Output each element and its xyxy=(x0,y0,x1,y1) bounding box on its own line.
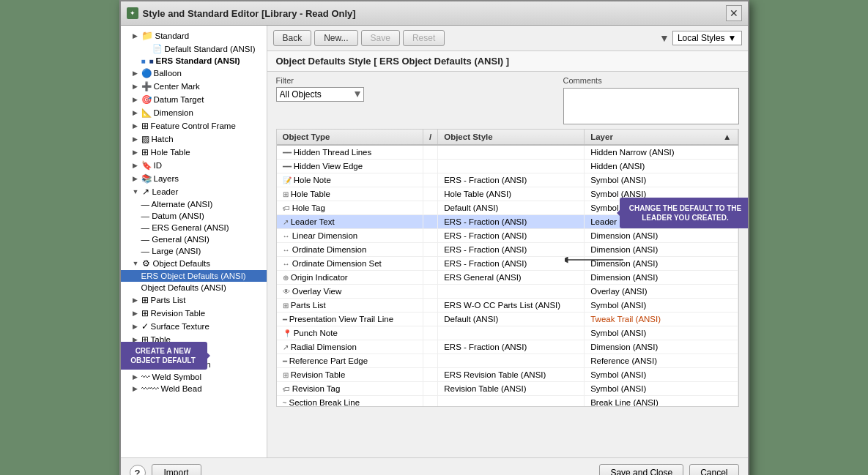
col-header-layer: Layer ▲ xyxy=(585,130,738,145)
bottom-bar: ? Import Save and Close Cancel xyxy=(121,457,748,475)
data-table: Object Type / Object Style Layer ▲ ━━ Hi… xyxy=(277,130,738,407)
table-row[interactable]: ↔ Ordinate Dimension ERS - Fraction (ANS… xyxy=(277,243,738,257)
tree-item-large[interactable]: — Large (ANSI) xyxy=(121,245,267,257)
table-row[interactable]: ↔ Ordinate Dimension Set ERS - Fraction … xyxy=(277,257,738,271)
tree-item-ers-standard[interactable]: ■ ■ ERS Standard (ANSI) xyxy=(121,55,267,67)
table-row[interactable]: ━ Presentation View Trail Line Default (… xyxy=(277,313,738,326)
main-content: Object Type / Object Style Layer ▲ ━━ Hi… xyxy=(267,124,748,457)
table-container: Object Type / Object Style Layer ▲ ━━ Hi… xyxy=(276,129,739,407)
local-styles-dropdown[interactable]: Local Styles ▼ xyxy=(672,31,742,45)
save-button[interactable]: Save xyxy=(361,30,400,46)
tree-item-id[interactable]: ▶ 🔖ID xyxy=(121,159,267,172)
tree-item-datum[interactable]: — Datum (ANSI) xyxy=(121,210,267,222)
table-row[interactable]: ━ Reference Part Edge Reference (ANSI) xyxy=(277,354,738,368)
tree-item-ers-general[interactable]: — ERS General (ANSI) xyxy=(121,222,267,233)
save-close-button[interactable]: Save and Close xyxy=(599,464,683,475)
tree-item-weld-bead[interactable]: ▶ 〰〰Weld Bead xyxy=(121,383,267,394)
tree-item-dimension[interactable]: ▶ 📐Dimension xyxy=(121,106,267,119)
table-row[interactable]: ↔ Linear Dimension ERS - Fraction (ANSI)… xyxy=(277,229,738,243)
local-styles-label: Local Styles xyxy=(678,33,725,43)
toolbar: Back New... Save Reset ▼ Local Styles ▼ xyxy=(267,26,748,51)
new-button[interactable]: New... xyxy=(314,30,357,46)
tree-item-datum-target[interactable]: ▶ 🎯Datum Target xyxy=(121,93,267,106)
table-row[interactable]: ⊞ Revision Table ERS Revision Table (ANS… xyxy=(277,368,738,382)
tree-item-object-defaults[interactable]: ▼ ⚙Object Defaults xyxy=(121,257,267,270)
right-panel: Back New... Save Reset ▼ Local Styles ▼ … xyxy=(267,26,748,457)
table-row[interactable]: ~ Section Break Line Break Line (ANSI) xyxy=(277,396,738,408)
table-row[interactable]: 📝 Hole Note ERS - Fraction (ANSI) Symbol… xyxy=(277,173,738,187)
tree-item-standard[interactable]: ▶ 📁 Standard xyxy=(121,29,267,42)
object-defaults-header: Object Defaults Style [ ERS Object Defau… xyxy=(267,51,748,72)
table-row[interactable]: ↗ Radial Dimension ERS - Fraction (ANSI)… xyxy=(277,340,738,354)
tree-item-balloon[interactable]: ▶ 🔵Balloon xyxy=(121,67,267,80)
col-header-object-style: Object Style xyxy=(438,130,585,145)
comments-textarea[interactable] xyxy=(563,88,739,124)
comments-label: Comments xyxy=(563,76,739,85)
tree-item-general[interactable]: — General (ANSI) xyxy=(121,233,267,245)
table-row[interactable]: 👁 Overlay View Overlay (ANSI) xyxy=(277,285,738,299)
col-header-object-type: Object Type xyxy=(277,130,423,145)
tree-item-leader[interactable]: ▼ ↗Leader xyxy=(121,185,267,198)
filter-icon: ▼ xyxy=(659,32,669,44)
tree-item-weld-symbol[interactable]: ▶ 〰Weld Symbol xyxy=(121,371,267,383)
table-row[interactable]: ━━ Hidden Thread Lines Hidden Narrow (AN… xyxy=(277,145,738,160)
table-row[interactable]: ━━ Hidden View Edge Hidden (ANSI) xyxy=(277,160,738,173)
table-row[interactable]: 🏷 Revision Tag Revision Table (ANSI) Sym… xyxy=(277,382,738,396)
tree-item-ers-object-defaults[interactable]: ERS Object Defaults (ANSI) xyxy=(121,270,267,282)
table-row[interactable]: ⊕ Origin Indicator ERS General (ANSI) Di… xyxy=(277,271,738,285)
help-button[interactable]: ? xyxy=(130,465,146,475)
table-row[interactable]: ⊞ Parts List ERS W-O CC Parts List (ANSI… xyxy=(277,299,738,313)
filter-label: Filter xyxy=(276,76,364,85)
tree-item-parts-list[interactable]: ▶ ⊞Parts List xyxy=(121,293,267,307)
tree-panel: ▶ 📁 Standard 📄 Default Standard (ANSI) ■… xyxy=(121,26,267,457)
title-bar: ✦ Style and Standard Editor [Library - R… xyxy=(121,1,748,26)
callout-create-object-default: CREATE A NEW OBJECT DEFAULT xyxy=(121,342,207,370)
filter-select[interactable]: All Objects Dimensions Symbols xyxy=(276,87,364,102)
chevron-down-icon: ▼ xyxy=(728,33,737,43)
tree-item-alternate[interactable]: — Alternate (ANSI) xyxy=(121,198,267,210)
tree-item-hatch[interactable]: ▶ ▨Hatch xyxy=(121,132,267,146)
tree-item-layers[interactable]: ▶ 📚Layers xyxy=(121,172,267,185)
callout-change-default: CHANGE THE DEFAULT TO THE LEADER YOU CRE… xyxy=(620,198,748,228)
tree-item-default-standard[interactable]: 📄 Default Standard (ANSI) xyxy=(121,42,267,55)
main-dialog: ✦ Style and Standard Editor [Library - R… xyxy=(119,0,749,475)
cancel-button[interactable]: Cancel xyxy=(689,464,738,475)
tree-item-revision-table[interactable]: ▶ ⊞Revision Table xyxy=(121,307,267,320)
table-row[interactable]: 📍 Punch Note Symbol (ANSI) xyxy=(277,326,738,340)
back-button[interactable]: Back xyxy=(273,30,312,46)
tree-item-feature-control[interactable]: ▶ ⊞Feature Control Frame xyxy=(121,119,267,132)
tree-item-object-defaults-ansi[interactable]: Object Defaults (ANSI) xyxy=(121,282,267,293)
tree-item-surface-texture[interactable]: ▶ ✓Surface Texture xyxy=(121,320,267,333)
app-icon: ✦ xyxy=(127,7,138,19)
close-button[interactable]: ✕ xyxy=(726,5,742,21)
filter-comments-section: Filter All Objects Dimensions Symbols Co… xyxy=(267,72,748,124)
col-header-separator: / xyxy=(423,130,438,145)
tree-item-hole-table[interactable]: ▶ ⊞Hole Table xyxy=(121,146,267,159)
import-button[interactable]: Import xyxy=(152,464,201,475)
reset-button[interactable]: Reset xyxy=(403,30,445,46)
dialog-title: Style and Standard Editor [Library - Rea… xyxy=(143,8,356,19)
tree-item-center-mark[interactable]: ▶ ➕Center Mark xyxy=(121,80,267,93)
